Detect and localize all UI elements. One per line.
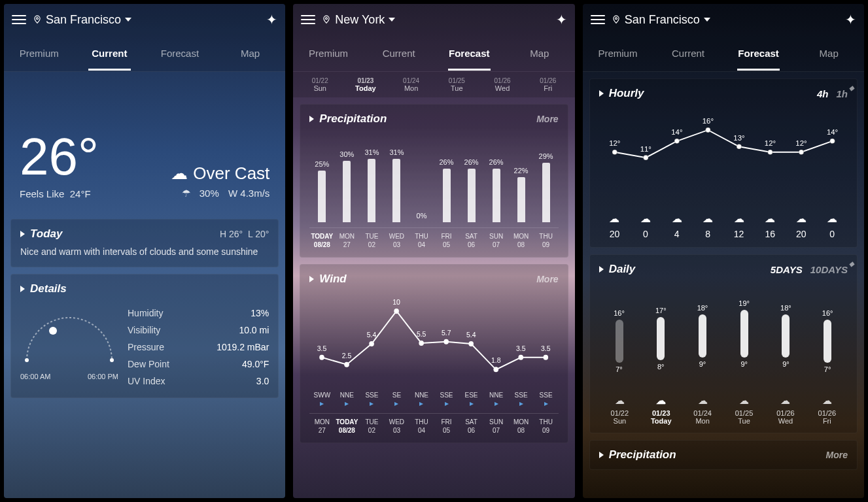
day-tab[interactable]: 01/26Fri (525, 77, 571, 92)
svg-text:16°: 16° (702, 117, 713, 125)
cloud-icon: ☁ (599, 212, 631, 225)
day-tab[interactable]: 01/25Tue (434, 77, 479, 92)
hourly-card[interactable]: Hourly 4h 1h◆ 12°11°14°16°13°12°12°14° ☁… (589, 78, 858, 248)
precip-title: Precipitation (609, 448, 676, 461)
bar: 30% (336, 150, 358, 222)
svg-text:3.5: 3.5 (317, 344, 327, 352)
magic-wand-icon[interactable]: ✦ (556, 12, 567, 27)
magic-wand-icon[interactable]: ✦ (266, 12, 277, 27)
daily-foot-col[interactable]: ☁01/25Tue (723, 395, 765, 425)
more-link[interactable]: More (826, 450, 848, 460)
tab-current[interactable]: Current (75, 36, 145, 71)
svg-point-12 (419, 341, 425, 346)
sun-icon (49, 327, 57, 335)
tabs: Premium Current Forecast Map (583, 35, 864, 72)
bar: 26% (435, 158, 457, 222)
wind-dir: SSE▸ (534, 392, 559, 408)
svg-text:10: 10 (393, 298, 401, 306)
daily-footer: ☁01/22Sun☁01/23Today☁01/24Mon☁01/25Tue☁0… (599, 395, 848, 425)
svg-point-33 (737, 144, 742, 149)
menu-icon[interactable] (301, 15, 315, 24)
today-desc: Nice and warm with intervals of clouds a… (20, 246, 269, 259)
expand-icon (20, 231, 25, 237)
daily-foot-col[interactable]: ☁01/23Today (640, 395, 682, 425)
hourly-4h[interactable]: 4h (817, 88, 829, 99)
svg-text:12°: 12° (765, 139, 776, 147)
tab-forecast[interactable]: Forecast (723, 36, 794, 71)
svg-point-8 (370, 341, 375, 346)
diamond-icon: ◆ (849, 84, 854, 92)
location-name: San Francisco (625, 13, 700, 27)
hourly-col: ☁12 (723, 212, 755, 239)
details-card[interactable]: Details 06:00 AM 06:00 PM Humidity13%Vis… (10, 274, 279, 398)
svg-point-35 (767, 150, 773, 155)
bar: 25% (311, 160, 333, 222)
daily-foot-col[interactable]: ☁01/22Sun (599, 395, 640, 425)
hourly-col: ☁4 (661, 212, 693, 239)
tab-map[interactable]: Map (504, 36, 575, 71)
daily-10days[interactable]: 10DAYS◆ (810, 264, 848, 275)
wind-card[interactable]: Wind More 3.52.55.4105.55.75.41.83.53.5 … (300, 264, 568, 443)
tab-forecast[interactable]: Forecast (145, 36, 215, 71)
precip-card[interactable]: Precipitation More 25%30%31%31%0%26%26%2… (300, 104, 568, 258)
daily-foot-col[interactable]: ☁01/26Wed (765, 395, 806, 425)
x-label: MON27 (309, 418, 334, 435)
more-link[interactable]: More (536, 114, 558, 124)
svg-point-29 (674, 139, 680, 144)
tab-premium[interactable]: Premium (583, 36, 653, 71)
location-pin-icon (612, 15, 621, 24)
cloud-icon: ☁ (692, 212, 723, 225)
svg-point-37 (799, 150, 804, 155)
tab-forecast[interactable]: Forecast (434, 36, 504, 71)
detail-row: Dew Point49.0°F (128, 356, 269, 373)
hourly-1h[interactable]: 1h◆ (836, 88, 848, 99)
location-selector[interactable]: San Francisco (33, 13, 260, 27)
feels-like: Feels Like 24°F (20, 188, 99, 199)
tab-current[interactable]: Current (653, 36, 723, 71)
day-tab[interactable]: 01/26Wed (479, 77, 525, 92)
tab-premium[interactable]: Premium (293, 36, 364, 71)
detail-row: Visibility10.0 mi (128, 322, 269, 339)
svg-text:5.4: 5.4 (367, 331, 377, 339)
location-selector[interactable]: New York (322, 13, 549, 27)
daily-card[interactable]: Daily 5DAYS 10DAYS◆ 16°7°17°8°18°9°19°9°… (589, 254, 858, 433)
hourly-col: ☁20 (786, 212, 817, 239)
magic-wand-icon[interactable]: ✦ (845, 12, 856, 27)
svg-text:14°: 14° (827, 128, 838, 136)
location-selector[interactable]: San Francisco (612, 13, 839, 27)
umbrella-icon: ☂ (182, 188, 190, 199)
bar: 31% (360, 148, 383, 222)
tab-map[interactable]: Map (215, 36, 286, 71)
day-tab[interactable]: 01/23Today (343, 77, 389, 92)
precip-title: Precipitation (319, 112, 387, 125)
x-label: TODAY08/28 (309, 232, 334, 249)
today-card[interactable]: Today H 26° L 20° Nice and warm with int… (10, 219, 279, 267)
x-label: SAT06 (459, 232, 484, 249)
bar: 22% (510, 167, 532, 222)
tab-premium[interactable]: Premium (4, 36, 75, 71)
bar: 26% (485, 158, 508, 222)
svg-point-18 (494, 367, 499, 372)
tab-current[interactable]: Current (364, 36, 434, 71)
precip-card-s3[interactable]: Precipitation More (589, 440, 858, 470)
daily-foot-col[interactable]: ☁01/24Mon (682, 395, 723, 425)
daily-foot-col[interactable]: ☁01/26Fri (807, 395, 848, 425)
wind-dir: NNE▸ (484, 392, 509, 408)
topbar: New York ✦ (293, 4, 574, 35)
daily-title: Daily (609, 263, 636, 275)
day-tab[interactable]: 01/22Sun (297, 77, 343, 92)
svg-point-3 (326, 18, 328, 20)
daily-col: 16°7° (599, 282, 640, 380)
daily-5days[interactable]: 5DAYS (771, 264, 803, 275)
x-label: SUN07 (484, 418, 509, 435)
screen-current: San Francisco ✦ Premium Current Forecast… (4, 4, 285, 498)
daily-bars: 16°7°17°8°18°9°19°9°18°9°16°7° (599, 282, 848, 380)
daily-col: 18°9° (682, 282, 723, 380)
menu-icon[interactable] (12, 15, 26, 24)
menu-icon[interactable] (591, 15, 605, 24)
more-link[interactable]: More (536, 274, 558, 284)
x-label: THU04 (409, 232, 434, 249)
svg-text:14°: 14° (671, 128, 682, 136)
tab-map[interactable]: Map (793, 36, 864, 71)
day-tab[interactable]: 01/24Mon (389, 77, 434, 92)
